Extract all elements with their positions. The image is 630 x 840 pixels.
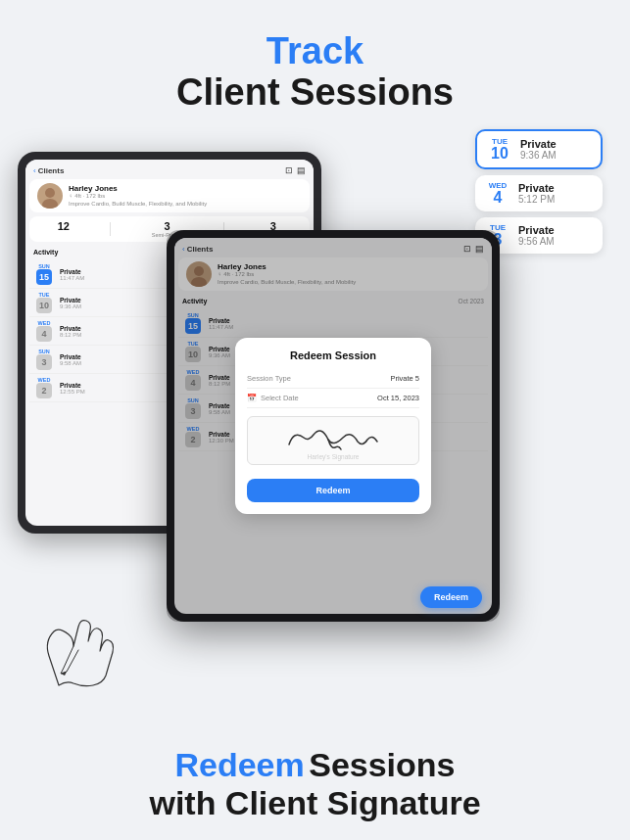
stat-divider-1 xyxy=(110,222,111,236)
cs-topbar-icons: ⊡ ▤ xyxy=(285,165,306,175)
day-num-1: 10 xyxy=(36,298,52,313)
cs-profile-back: Harley Jones ♀ 4ft · 172 lbs Improve Car… xyxy=(29,179,310,212)
item-type-3: Private xyxy=(60,353,81,360)
select-date-placeholder: Select Date xyxy=(261,394,377,402)
signature-drawing xyxy=(274,420,392,454)
avatar-back xyxy=(37,183,63,209)
item-type-0: Private xyxy=(60,268,84,275)
signature-box[interactable]: Harley's Signature xyxy=(247,416,419,465)
footer-redeem-label: Redeem xyxy=(174,746,304,783)
signature-label: Harley's Signature xyxy=(308,453,360,460)
item-info-0: Private 11:47 AM xyxy=(60,268,84,281)
item-time-3: 9:58 AM xyxy=(60,360,81,366)
header-track: Track xyxy=(0,31,630,72)
session-type-value: Private 5 xyxy=(390,374,419,383)
item-info-2: Private 8:12 PM xyxy=(60,325,81,338)
day-badge-2: WED 4 xyxy=(33,320,55,342)
item-info-3: Private 9:58 AM xyxy=(60,353,81,366)
svg-point-0 xyxy=(45,188,55,198)
cs-topbar-back: ‹ Clients ⊡ ▤ xyxy=(25,160,314,179)
stat-0: 12 xyxy=(58,220,70,238)
chart-icon[interactable]: ▤ xyxy=(297,165,306,175)
session-type-label: Session Type xyxy=(247,374,291,383)
day-num-4: 2 xyxy=(36,383,52,398)
modal-title: Redeem Session xyxy=(247,350,419,361)
day-num-0: 15 xyxy=(36,269,52,285)
svg-point-1 xyxy=(42,199,58,209)
day-num-3: 3 xyxy=(36,354,52,370)
tablets-area: ‹ Clients ⊡ ▤ Harley Jone xyxy=(0,152,630,840)
item-type-4: Private xyxy=(60,382,85,389)
back-arrow-icon[interactable]: ‹ xyxy=(33,166,36,175)
item-info-1: Private 9:36 AM xyxy=(60,297,81,309)
activity-title-back: Activity xyxy=(33,249,58,256)
item-time-2: 8:12 PM xyxy=(60,332,81,338)
item-info-4: Private 12:55 PM xyxy=(60,382,85,395)
tablet-front: ‹ Clients ⊡ ▤ Harley Jone xyxy=(167,230,500,622)
calendar-icon[interactable]: ⊡ xyxy=(285,165,293,175)
header-client-sessions: Client Sessions xyxy=(0,72,630,114)
modal-session-type-row: Session Type Private 5 xyxy=(247,369,419,389)
client-name-back: Harley Jones xyxy=(69,184,207,193)
day-badge-0: SUN 15 xyxy=(33,263,55,285)
item-time-1: 9:36 AM xyxy=(60,303,81,309)
client-sub-back: ♀ 4ft · 172 lbs xyxy=(69,193,207,201)
hand-drawing xyxy=(20,597,147,695)
day-badge-1: TUE 10 xyxy=(33,292,55,313)
footer-sessions-label: Sessions xyxy=(309,746,455,783)
item-time-0: 11:47 AM xyxy=(60,275,84,281)
hand-drawing-svg xyxy=(20,597,147,695)
modal-date-row[interactable]: 📅 Select Date Oct 15, 2023 xyxy=(247,389,419,408)
cs-topbar-title: Clients xyxy=(38,166,65,175)
redeem-modal: Redeem Session Session Type Private 5 📅 … xyxy=(235,338,431,514)
item-type-1: Private xyxy=(60,297,81,303)
item-type-2: Private xyxy=(60,325,81,332)
day-badge-3: SUN 3 xyxy=(33,349,55,370)
modal-overlay: Redeem Session Session Type Private 5 📅 … xyxy=(174,238,492,614)
stat-val-0: 12 xyxy=(58,220,70,232)
tablet-front-screen: ‹ Clients ⊡ ▤ Harley Jone xyxy=(174,238,492,614)
item-time-4: 12:55 PM xyxy=(60,389,85,395)
select-date-value: Oct 15, 2023 xyxy=(377,394,419,402)
day-num-2: 4 xyxy=(36,326,52,342)
footer-with-label: with Client Signature xyxy=(0,784,630,822)
client-goal-back: Improve Cardio, Build Muscle, Flexibilit… xyxy=(69,201,207,209)
calendar-icon-modal: 📅 xyxy=(247,394,257,402)
day-badge-4: WED 2 xyxy=(33,377,55,398)
profile-info-back: Harley Jones ♀ 4ft · 172 lbs Improve Car… xyxy=(69,184,207,209)
modal-redeem-button[interactable]: Redeem xyxy=(247,479,419,502)
footer: Redeem Sessions with Client Signature xyxy=(0,746,630,822)
redeem-float-button[interactable]: Redeem xyxy=(420,586,482,608)
session-type-0: Private xyxy=(520,138,557,150)
